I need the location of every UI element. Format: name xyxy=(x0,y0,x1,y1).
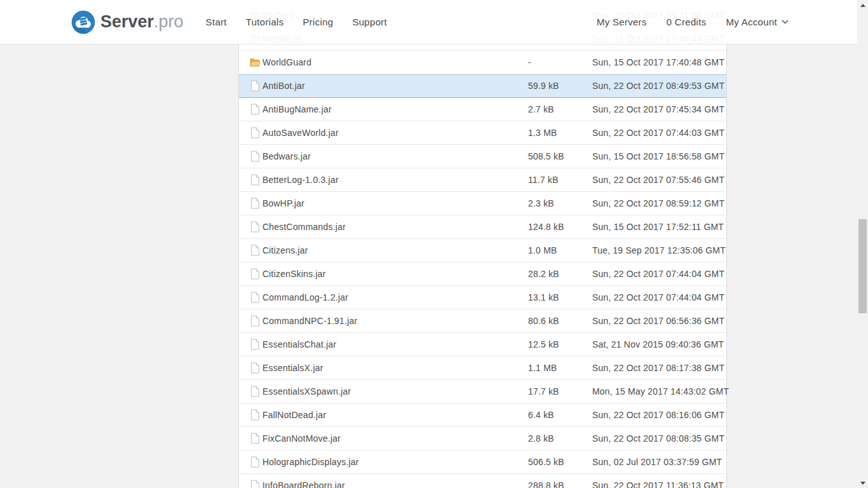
file-modified: Sun, 22 Oct 2017 08:16:06 GMT xyxy=(592,403,724,427)
table-row[interactable]: FallNotDead.jar 6.4 kB Sun, 22 Oct 2017 … xyxy=(239,403,726,427)
file-name: FixCanNotMove.jar xyxy=(262,427,341,451)
file-name: CommandNPC-1.91.jar xyxy=(262,309,357,333)
file-size: 13.1 kB xyxy=(528,286,559,309)
table-row[interactable]: ChestCommands.jar 124.8 kB Sun, 15 Oct 2… xyxy=(239,215,726,239)
table-row[interactable]: BetterLog-1.0.3.jar 11.7 kB Sun, 22 Oct … xyxy=(239,168,726,192)
row-icon-wrap xyxy=(249,151,261,162)
main-nav: Start Tutorials Pricing Support xyxy=(206,17,406,27)
file-icon xyxy=(250,221,260,233)
nav-item-my-account[interactable]: My Account xyxy=(726,17,789,27)
file-size: 1.0 MB xyxy=(528,239,557,262)
row-icon-wrap xyxy=(249,104,261,115)
file-size: 124.8 kB xyxy=(528,215,564,239)
file-name: CommandLog-1.2.jar xyxy=(262,286,348,309)
row-icon-wrap xyxy=(249,480,261,488)
table-row[interactable]: BowHP.jar 2.3 kB Sun, 22 Oct 2017 08:59:… xyxy=(239,192,726,215)
file-size: 6.4 kB xyxy=(528,403,554,427)
file-icon xyxy=(250,174,260,186)
file-modified: Sun, 22 Oct 2017 07:44:04 GMT xyxy=(592,286,724,309)
row-icon-wrap xyxy=(249,433,261,444)
table-row[interactable]: InfoBoardReborn.jar 288.8 kB Sun, 22 Oct… xyxy=(239,474,726,488)
file-size: 2.7 kB xyxy=(528,98,554,121)
file-name: EssentialsX.jar xyxy=(262,356,323,380)
file-size: 288.8 kB xyxy=(528,474,564,488)
table-row[interactable]: HolographicDisplays.jar 506.5 kB Sun, 02… xyxy=(239,451,726,474)
vertical-scrollbar[interactable] xyxy=(857,0,868,488)
file-size: - xyxy=(528,51,531,74)
scroll-down-icon xyxy=(860,482,865,485)
row-icon-wrap xyxy=(249,362,261,374)
file-icon xyxy=(250,292,260,303)
table-row[interactable]: AntiBugName.jar 2.7 kB Sun, 22 Oct 2017 … xyxy=(239,98,726,121)
file-name: WorldGuard xyxy=(262,51,311,74)
scrollbar-down-button[interactable] xyxy=(857,478,868,488)
row-icon-wrap xyxy=(249,57,261,68)
row-icon-wrap xyxy=(249,409,261,421)
table-row[interactable]: WorldGuard - Sun, 15 Oct 2017 17:40:48 G… xyxy=(239,51,726,74)
table-row[interactable]: EssentialsX.jar 1.1 MB Sun, 22 Oct 2017 … xyxy=(239,356,726,380)
table-row[interactable]: EssentialsXSpawn.jar 17.7 kB Mon, 15 May… xyxy=(239,380,726,403)
file-icon xyxy=(250,480,260,488)
file-icon xyxy=(250,268,260,280)
file-icon xyxy=(250,362,260,374)
table-row[interactable]: CommandLog-1.2.jar 13.1 kB Sun, 22 Oct 2… xyxy=(239,286,726,309)
scrollbar-up-button[interactable] xyxy=(857,0,868,10)
row-icon-wrap xyxy=(249,127,261,139)
file-icon xyxy=(250,104,260,115)
nav-item-my-servers[interactable]: My Servers xyxy=(597,17,647,27)
file-modified: Sun, 22 Oct 2017 07:55:46 GMT xyxy=(592,168,724,192)
file-name: BowHP.jar xyxy=(262,192,304,215)
file-size: 59.9 kB xyxy=(528,74,559,98)
table-row[interactable]: EssentialsChat.jar 12.5 kB Sat, 21 Nov 2… xyxy=(239,333,726,356)
brand-name-server: Server xyxy=(100,12,154,31)
file-modified: Sun, 15 Oct 2017 17:52:11 GMT xyxy=(592,215,724,239)
file-modified: Sun, 22 Oct 2017 07:44:03 GMT xyxy=(592,121,724,145)
table-row[interactable]: Bedwars.jar 508.5 kB Sun, 15 Oct 2017 18… xyxy=(239,145,726,168)
row-icon-wrap xyxy=(249,221,261,233)
table-row[interactable]: CitizenSkins.jar 28.2 kB Sun, 22 Oct 201… xyxy=(239,262,726,286)
file-modified: Sun, 22 Oct 2017 08:49:53 GMT xyxy=(592,74,724,98)
brand-name-pro: .pro xyxy=(154,12,184,31)
file-table: VipZero - Sun, 22 Oct 2017 09:31:08 GMT … xyxy=(238,0,727,488)
file-modified: Sun, 22 Oct 2017 11:36:13 GMT xyxy=(592,474,724,488)
row-icon-wrap xyxy=(249,245,261,256)
table-row[interactable]: FixCanNotMove.jar 2.8 kB Sun, 22 Oct 201… xyxy=(239,427,726,451)
file-modified: Sun, 15 Oct 2017 18:56:58 GMT xyxy=(592,145,724,168)
table-row[interactable]: CommandNPC-1.91.jar 80.6 kB Sun, 22 Oct … xyxy=(239,309,726,333)
nav-item-support[interactable]: Support xyxy=(352,17,387,27)
brand-name: Server.pro xyxy=(100,12,184,32)
scrollbar-thumb[interactable] xyxy=(858,219,867,313)
table-row[interactable]: Citizens.jar 1.0 MB Tue, 19 Sep 2017 12:… xyxy=(239,239,726,262)
table-row[interactable]: AutoSaveWorld.jar 1.3 MB Sun, 22 Oct 201… xyxy=(239,121,726,145)
folder-icon xyxy=(249,57,261,67)
brand-logo[interactable]: Server.pro xyxy=(71,10,184,34)
file-icon xyxy=(250,315,260,327)
row-icon-wrap xyxy=(249,339,261,350)
file-size: 1.1 MB xyxy=(528,356,557,380)
file-size: 12.5 kB xyxy=(528,333,559,356)
file-size: 28.2 kB xyxy=(528,262,559,286)
nav-item-pricing[interactable]: Pricing xyxy=(302,17,333,27)
file-modified: Sun, 22 Oct 2017 08:08:35 GMT xyxy=(592,427,724,451)
file-modified: Sun, 22 Oct 2017 07:45:34 GMT xyxy=(592,98,724,121)
file-size: 80.6 kB xyxy=(528,309,559,333)
file-icon xyxy=(250,245,260,256)
nav-item-tutorials[interactable]: Tutorials xyxy=(246,17,284,27)
file-table-rows: VipZero - Sun, 22 Oct 2017 09:31:08 GMT … xyxy=(239,4,726,488)
file-icon xyxy=(250,456,260,468)
file-size: 1.3 MB xyxy=(528,121,557,145)
table-row[interactable]: AntiBot.jar 59.9 kB Sun, 22 Oct 2017 08:… xyxy=(239,74,726,98)
nav-item-start[interactable]: Start xyxy=(206,17,227,27)
file-name: ChestCommands.jar xyxy=(262,215,346,239)
file-modified: Sun, 02 Jul 2017 03:37:59 GMT xyxy=(592,451,722,474)
nav-item-credits[interactable]: 0 Credits xyxy=(667,17,707,27)
file-icon xyxy=(250,80,260,92)
file-modified: Tue, 19 Sep 2017 12:35:06 GMT xyxy=(592,239,726,262)
file-icon xyxy=(250,433,260,444)
file-size: 17.7 kB xyxy=(528,380,559,403)
file-name: AntiBot.jar xyxy=(262,74,305,98)
file-size: 11.7 kB xyxy=(528,168,559,192)
file-name: InfoBoardReborn.jar xyxy=(262,474,345,488)
file-size: 506.5 kB xyxy=(528,451,564,474)
file-name: EssentialsChat.jar xyxy=(262,333,336,356)
